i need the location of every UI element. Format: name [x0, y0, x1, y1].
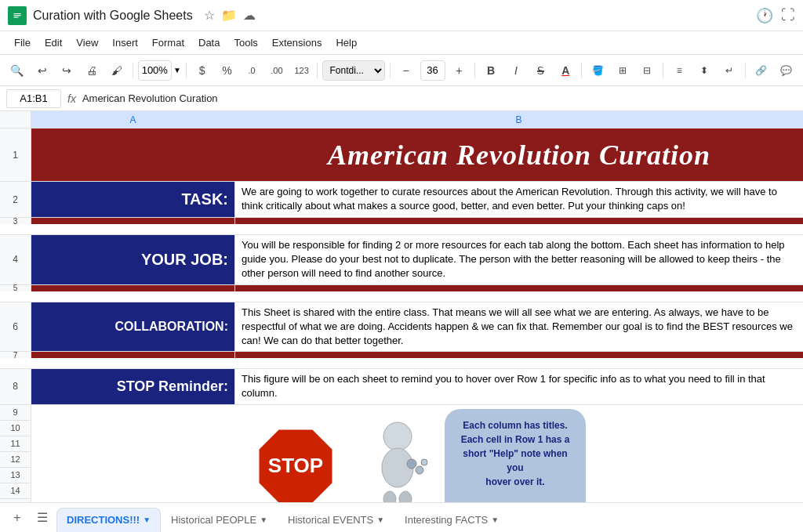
menu-edit[interactable]: Edit	[38, 34, 68, 52]
tab-historical-events-dropdown[interactable]: ▼	[376, 516, 384, 524]
cell-8b[interactable]: This figure will be on each sheet to rem…	[235, 369, 803, 404]
redo-btn[interactable]: ↪	[56, 60, 78, 81]
decimal-decrease-btn[interactable]: .0	[241, 60, 263, 81]
svg-rect-2	[14, 15, 21, 16]
menu-data[interactable]: Data	[192, 34, 226, 52]
font-increase-btn[interactable]: +	[449, 60, 471, 81]
window-title: Curation with Google Sheets	[33, 9, 193, 23]
sep1	[133, 63, 133, 78]
italic-btn[interactable]: I	[505, 60, 527, 81]
cell-reference[interactable]	[6, 89, 61, 108]
menu-extensions[interactable]: Extensions	[266, 34, 329, 52]
paint-format-btn[interactable]: 🖌	[106, 60, 128, 81]
borders-btn[interactable]: ⊞	[612, 60, 634, 81]
zoom-display[interactable]: 100%	[138, 60, 172, 81]
zoom-control: 100% ▼	[138, 60, 181, 81]
cell-2b[interactable]: We are going to work together to curate …	[235, 182, 803, 217]
col-header-a[interactable]: A	[31, 111, 235, 128]
sheets-menu-btn[interactable]: ☰	[31, 507, 53, 529]
tab-historical-people-dropdown[interactable]: ▼	[260, 516, 267, 524]
fullscreen-icon[interactable]: ⛶	[781, 7, 795, 24]
cell-5b	[235, 285, 803, 291]
cell-1b[interactable]: American Revolution Curation	[235, 128, 803, 181]
cell-1a[interactable]	[31, 128, 235, 181]
star-icon[interactable]: ☆	[204, 8, 215, 23]
link-btn[interactable]: 🔗	[750, 60, 772, 81]
fill-color-btn[interactable]: 🪣	[587, 60, 609, 81]
bold-btn[interactable]: B	[480, 60, 502, 81]
menu-insert[interactable]: Insert	[106, 34, 144, 52]
percent-btn[interactable]: %	[216, 60, 238, 81]
tab-historical-events[interactable]: Historical EVENTS ▼	[278, 508, 394, 533]
strike-btn[interactable]: S̶	[530, 60, 552, 81]
row-num-spacer	[0, 111, 31, 128]
title-icons: ☆ 📁 ☁	[204, 8, 256, 23]
row-num-7: 7	[0, 352, 31, 358]
svg-rect-3	[14, 16, 19, 17]
cell-4a[interactable]: YOUR JOB:	[31, 235, 235, 284]
yourjob-text: You will be responsible for finding 2 or…	[242, 238, 797, 281]
formula-input[interactable]	[82, 89, 797, 108]
row-num-9: 9	[0, 405, 31, 421]
svg-point-8	[383, 422, 412, 451]
menu-tools[interactable]: Tools	[227, 34, 263, 52]
cell-7a	[31, 352, 235, 358]
cell-7b	[235, 352, 803, 358]
decimal-increase-btn[interactable]: .00	[266, 60, 288, 81]
history-icon[interactable]: 🕐	[756, 7, 773, 24]
row-num-12: 12	[0, 452, 31, 468]
menu-view[interactable]: View	[70, 34, 104, 52]
tab-interesting-facts-dropdown[interactable]: ▼	[491, 516, 499, 524]
menu-format[interactable]: Format	[146, 34, 191, 52]
tab-interesting-facts-label: Interesting FACTS	[405, 514, 488, 526]
undo-btn[interactable]: ↩	[31, 60, 53, 81]
align-btn[interactable]: ≡	[668, 60, 690, 81]
wrap-btn[interactable]: ↵	[718, 60, 740, 81]
merge-btn[interactable]: ⊟	[637, 60, 659, 81]
collab-text: This Sheet is shared with the entire cla…	[242, 306, 797, 349]
row-num-8: 8	[0, 369, 31, 404]
row-3: 3	[0, 218, 803, 235]
font-family-select[interactable]: Fontdi...	[322, 60, 384, 81]
title-bar: Curation with Google Sheets ☆ 📁 ☁ 🕐 ⛶	[0, 0, 803, 31]
sep6	[581, 63, 582, 78]
formula-bar: fx	[0, 86, 803, 111]
currency-btn[interactable]: $	[191, 60, 213, 81]
tab-historical-events-label: Historical EVENTS	[288, 514, 373, 526]
font-size-input[interactable]	[420, 60, 445, 81]
tab-historical-people[interactable]: Historical PEOPLE ▼	[161, 508, 278, 533]
valign-btn[interactable]: ⬍	[693, 60, 715, 81]
row-num-5: 5	[0, 285, 31, 291]
menu-help[interactable]: Help	[329, 34, 363, 52]
number-format-btn[interactable]: 123	[291, 60, 313, 81]
stop-label: STOP Reminder:	[117, 378, 228, 395]
task-label: TASK:	[181, 190, 228, 208]
row-4: 4 YOUR JOB: You will be responsible for …	[0, 235, 803, 285]
cell-6b[interactable]: This Sheet is shared with the entire cla…	[235, 302, 803, 352]
comment-btn[interactable]: 💬	[775, 60, 797, 81]
sep7	[663, 63, 663, 78]
print-btn[interactable]: 🖨	[81, 60, 103, 81]
tab-interesting-facts[interactable]: Interesting FACTS ▼	[394, 508, 509, 533]
tab-directions[interactable]: DIRECTIONS!!! ▼	[56, 508, 161, 533]
zoom-dropdown[interactable]: ▼	[173, 66, 181, 74]
cloud-icon[interactable]: ☁	[243, 8, 256, 23]
menu-file[interactable]: File	[8, 34, 37, 52]
row-num-6: 6	[0, 302, 31, 352]
svg-point-12	[407, 459, 416, 469]
cell-2a[interactable]: TASK:	[31, 182, 235, 217]
title-text: American Revolution Curation	[328, 139, 710, 172]
cell-6a[interactable]: COLLABORATION:	[31, 302, 235, 352]
text-color-A-btn[interactable]: A	[554, 60, 576, 81]
cell-8a[interactable]: STOP Reminder:	[31, 369, 235, 404]
cell-4b[interactable]: You will be responsible for finding 2 or…	[235, 235, 803, 284]
col-header-b[interactable]: B	[235, 111, 803, 128]
svg-point-13	[416, 466, 423, 474]
collab-label: COLLABORATION:	[114, 320, 228, 334]
font-decrease-btn[interactable]: −	[395, 60, 417, 81]
tab-directions-dropdown[interactable]: ▼	[143, 516, 151, 524]
add-sheet-btn[interactable]: +	[6, 507, 28, 529]
folder-icon[interactable]: 📁	[221, 8, 237, 23]
search-btn[interactable]: 🔍	[6, 60, 28, 81]
row-num-2: 2	[0, 182, 31, 217]
